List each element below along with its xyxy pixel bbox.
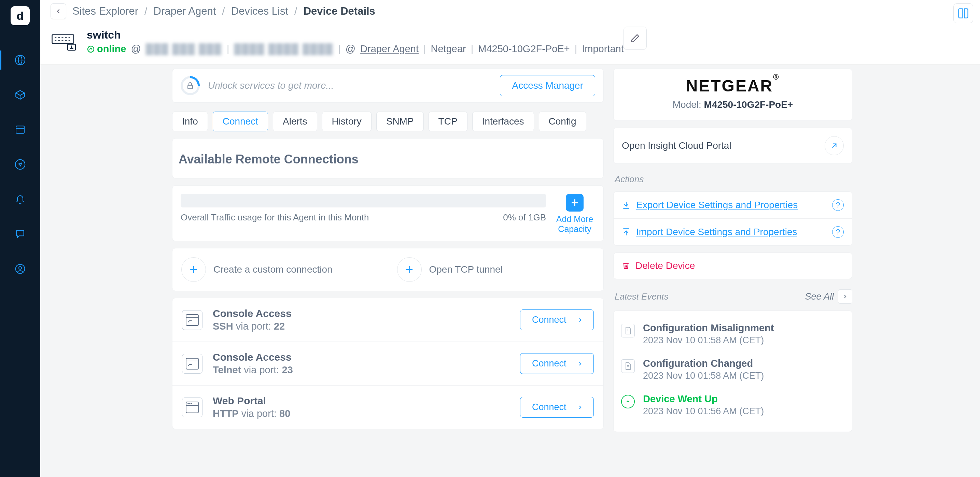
event-title: Configuration Changed [643, 358, 764, 369]
crumb-agent[interactable]: Draper Agent [154, 5, 216, 17]
help-icon[interactable]: ? [832, 226, 844, 238]
redacted-mac: ████ ████ ████ [234, 43, 333, 55]
svg-point-14 [191, 403, 192, 404]
tab-config[interactable]: Config [539, 112, 586, 132]
create-row: + Create a custom connection + Open TCP … [172, 248, 604, 291]
connect-button[interactable]: Connect [520, 353, 594, 374]
access-manager-button[interactable]: Access Manager [500, 75, 595, 96]
terminal-icon [182, 354, 202, 374]
event-item[interactable]: Device Went Up 2023 Nov 10 01:56 AM (CET… [621, 387, 845, 423]
help-book-button[interactable] [953, 3, 973, 23]
browser-icon [182, 398, 202, 417]
add-capacity-button[interactable]: + Add More Capacity [554, 194, 595, 234]
lock-progress-icon [181, 76, 200, 95]
document-warning-icon [621, 324, 635, 338]
app-logo: d [11, 6, 30, 25]
export-settings[interactable]: Export Device Settings and Properties ? [614, 192, 852, 219]
tab-alerts[interactable]: Alerts [273, 112, 317, 132]
tab-history[interactable]: History [322, 112, 372, 132]
svg-rect-1 [16, 126, 24, 133]
traffic-card: Overall Traffic usage for this Agent in … [172, 185, 604, 241]
document-icon [621, 359, 635, 373]
svg-rect-9 [186, 315, 198, 325]
svg-point-2 [15, 160, 25, 169]
chevron-right-icon [838, 289, 852, 304]
vendor-label: Netgear [431, 43, 466, 55]
nav-chat-icon[interactable] [13, 227, 27, 241]
connection-item: Web Portal HTTP via port: 80 Connect [172, 385, 603, 429]
tab-snmp[interactable]: SNMP [376, 112, 424, 132]
event-item[interactable]: Configuration Misalignment 2023 Nov 10 0… [621, 316, 845, 352]
breadcrumb: Sites Explorer / Draper Agent / Devices … [51, 3, 970, 19]
status-up-icon [621, 395, 635, 409]
delete-device[interactable]: Delete Device [614, 253, 852, 279]
plus-circle-icon: + [397, 257, 422, 282]
connect-button[interactable]: Connect [520, 397, 594, 418]
redacted-ip: ███ ███ ███ [146, 43, 222, 55]
actions-list: Export Device Settings and Properties ? … [613, 192, 852, 246]
edit-device-button[interactable] [624, 27, 647, 50]
traffic-usage: 0% of 1GB [503, 212, 546, 223]
agent-link[interactable]: Draper Agent [360, 43, 418, 55]
traffic-label: Overall Traffic usage for this Agent in … [181, 212, 369, 223]
plus-icon: + [566, 194, 584, 212]
delete-card: Delete Device [613, 252, 852, 279]
svg-rect-5 [52, 35, 74, 43]
brand-card: NETGEAR® Model: M4250-10G2F-PoE+ [613, 68, 852, 121]
event-time: 2023 Nov 10 01:58 AM (CET) [643, 371, 764, 381]
back-button[interactable] [51, 3, 66, 19]
event-title: Configuration Misalignment [643, 322, 774, 334]
see-all-events[interactable]: See All [805, 289, 852, 304]
nav-bell-icon[interactable] [13, 192, 27, 206]
help-icon[interactable]: ? [832, 199, 844, 211]
connect-button[interactable]: Connect [520, 309, 594, 330]
priority-label: Important [582, 43, 624, 55]
tab-interfaces[interactable]: Interfaces [472, 112, 534, 132]
svg-point-7 [88, 46, 94, 52]
unlock-text: Unlock services to get more... [208, 80, 492, 91]
events-list: Configuration Misalignment 2023 Nov 10 0… [613, 311, 852, 432]
events-heading: Latest Events [615, 292, 668, 302]
actions-heading: Actions [615, 174, 852, 185]
nav-compass-icon[interactable] [13, 158, 27, 171]
nav-user-icon[interactable] [13, 262, 27, 276]
section-title: Available Remote Connections [172, 138, 603, 178]
tab-info[interactable]: Info [172, 112, 208, 132]
connections-list: Console Access SSH via port: 22 Connect [172, 298, 604, 429]
tab-connect[interactable]: Connect [213, 112, 268, 132]
connection-name: Web Portal [213, 395, 510, 407]
connection-item: Console Access Telnet via port: 23 Conne… [172, 342, 603, 385]
traffic-bar [181, 194, 546, 208]
open-tcp-tunnel[interactable]: + Open TCP tunnel [388, 249, 604, 291]
svg-point-13 [189, 403, 190, 404]
download-icon [622, 201, 631, 209]
tab-tcp[interactable]: TCP [428, 112, 468, 132]
connection-item: Console Access SSH via port: 22 Connect [172, 298, 603, 342]
svg-point-3 [16, 265, 25, 274]
connection-name: Console Access [213, 352, 510, 363]
crumb-sites[interactable]: Sites Explorer [72, 5, 138, 17]
terminal-icon [182, 310, 202, 330]
trash-icon [622, 262, 630, 270]
nav-box-icon[interactable] [13, 88, 27, 102]
import-settings[interactable]: Import Device Settings and Properties ? [614, 219, 852, 245]
brand-logo: NETGEAR® [620, 76, 845, 95]
svg-rect-8 [188, 85, 192, 89]
nav-sites-icon[interactable] [13, 53, 27, 67]
device-name: switch [87, 29, 624, 41]
crumb-current: Device Details [304, 5, 375, 17]
external-link-icon [825, 136, 844, 155]
tab-bar: Info Connect Alerts History SNMP TCP Int… [172, 109, 604, 132]
event-item[interactable]: Configuration Changed 2023 Nov 10 01:58 … [621, 352, 845, 387]
device-meta: online @ ███ ███ ███ | ████ ████ ████ | … [87, 43, 624, 55]
svg-point-4 [19, 266, 22, 269]
create-custom-connection[interactable]: + Create a custom connection [172, 249, 388, 291]
event-title: Device Went Up [643, 393, 764, 405]
device-type-icon [51, 32, 78, 52]
nav-window-icon[interactable] [13, 123, 27, 136]
plus-circle-icon: + [181, 257, 206, 282]
model-label: M4250-10G2F-PoE+ [478, 43, 570, 55]
crumb-devices[interactable]: Devices List [231, 5, 288, 17]
status-badge: online [87, 43, 126, 55]
open-insight-portal[interactable]: Open Insight Cloud Portal [613, 128, 852, 164]
